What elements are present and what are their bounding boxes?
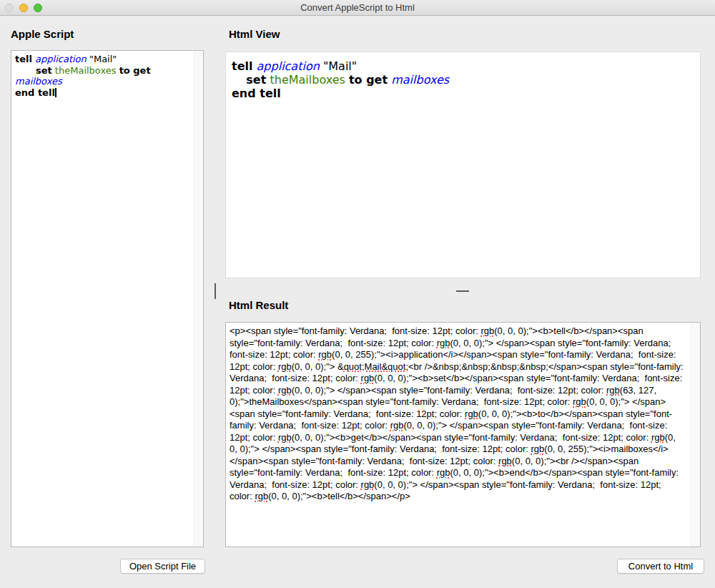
apple-script-editor[interactable]: tell application "Mail" set theMailboxes… <box>11 50 204 547</box>
misspelled-word: rgb <box>318 349 332 360</box>
misspelled-word: rgb <box>255 491 268 501</box>
misspelled-word: rgb <box>278 432 292 443</box>
app-window: Convert AppleScript to Html Apple Script… <box>0 0 715 588</box>
vertical-splitter-handle[interactable] <box>214 283 216 299</box>
misspelled-word: rgb <box>465 408 478 419</box>
misspelled-word: rgb <box>361 373 375 383</box>
misspelled-word: rgb <box>278 361 292 372</box>
misspelled-word: rgb <box>480 325 494 336</box>
window-title: Convert AppleScript to Html <box>0 0 715 16</box>
convert-to-html-button[interactable]: Convert to Html <box>617 559 704 574</box>
html-result-text: <p><span style="font-family: Verdana; fo… <box>226 323 688 506</box>
apple-script-code: tell application "Mail" set theMailboxes… <box>11 51 203 101</box>
open-script-file-button[interactable]: Open Script File <box>120 559 205 574</box>
html-result-scrollbar[interactable] <box>691 323 700 547</box>
code-line: set theMailboxes to get mailboxes <box>232 73 694 87</box>
misspelled-word: rgb <box>361 479 375 490</box>
misspelled-word: rgb <box>606 385 620 396</box>
misspelled-word: rgb <box>573 396 586 407</box>
code-line: end tell <box>232 87 694 100</box>
html-view-panel[interactable]: tell application "Mail" set theMailboxes… <box>225 52 701 278</box>
code-line: tell application "Mail" <box>15 54 199 65</box>
code-line: end tell <box>15 87 199 99</box>
html-result-heading: Html Result <box>229 299 288 311</box>
misspelled-word: quot;Mail&quot <box>344 361 406 372</box>
html-result-editor[interactable]: <p><span style="font-family: Verdana; fo… <box>225 322 701 547</box>
code-line: mailboxes <box>15 76 199 87</box>
title-bar[interactable]: Convert AppleScript to Html <box>0 0 715 16</box>
apple-script-scrollbar[interactable] <box>194 51 203 547</box>
misspelled-word: rgb <box>278 385 292 396</box>
code-line: tell application "Mail" <box>232 59 694 73</box>
code-line: set theMailboxes to get <box>15 65 199 77</box>
misspelled-word: rgb <box>437 467 450 478</box>
misspelled-word: rgb <box>437 338 450 348</box>
misspelled-word: rgb <box>651 432 665 443</box>
horizontal-splitter-handle[interactable] <box>456 290 469 292</box>
misspelled-word: rgb <box>390 420 404 431</box>
apple-script-heading: Apple Script <box>11 28 74 40</box>
misspelled-word: rgb <box>498 456 512 466</box>
text-cursor <box>55 88 56 97</box>
html-view-heading: Html View <box>229 28 280 40</box>
misspelled-word: rgb <box>531 444 545 454</box>
html-view-content: tell application "Mail" set theMailboxes… <box>226 52 700 107</box>
